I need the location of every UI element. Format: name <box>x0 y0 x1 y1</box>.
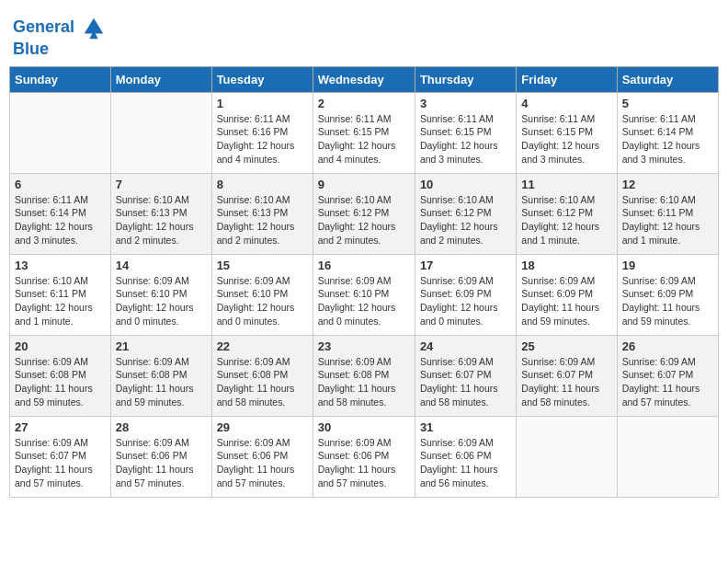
day-number: 26 <box>622 339 713 353</box>
day-cell: 21Sunrise: 6:09 AM Sunset: 6:08 PM Dayli… <box>110 335 211 416</box>
day-number: 12 <box>622 178 713 191</box>
day-info: Sunrise: 6:11 AM Sunset: 6:15 PM Dayligh… <box>521 112 611 167</box>
day-cell: 29Sunrise: 6:09 AM Sunset: 6:06 PM Dayli… <box>211 416 313 497</box>
day-info: Sunrise: 6:11 AM Sunset: 6:15 PM Dayligh… <box>420 112 511 167</box>
day-info: Sunrise: 6:09 AM Sunset: 6:10 PM Dayligh… <box>217 274 308 328</box>
day-header-wednesday: Wednesday <box>313 66 415 92</box>
day-cell: 10Sunrise: 6:10 AM Sunset: 6:12 PM Dayli… <box>415 173 516 254</box>
day-info: Sunrise: 6:09 AM Sunset: 6:06 PM Dayligh… <box>420 436 511 490</box>
day-info: Sunrise: 6:10 AM Sunset: 6:11 PM Dayligh… <box>622 193 713 247</box>
day-info: Sunrise: 6:09 AM Sunset: 6:08 PM Dayligh… <box>116 355 207 409</box>
day-number: 31 <box>420 420 511 434</box>
day-number: 17 <box>420 259 511 272</box>
day-cell: 24Sunrise: 6:09 AM Sunset: 6:07 PM Dayli… <box>415 335 516 416</box>
day-number: 15 <box>217 259 308 272</box>
day-number: 22 <box>217 339 308 353</box>
day-cell: 28Sunrise: 6:09 AM Sunset: 6:06 PM Dayli… <box>110 416 211 497</box>
day-number: 8 <box>217 178 308 191</box>
day-cell <box>110 92 211 173</box>
day-info: Sunrise: 6:09 AM Sunset: 6:10 PM Dayligh… <box>116 274 207 328</box>
day-number: 11 <box>521 178 611 191</box>
day-cell: 16Sunrise: 6:09 AM Sunset: 6:10 PM Dayli… <box>313 254 415 335</box>
day-cell: 2Sunrise: 6:11 AM Sunset: 6:15 PM Daylig… <box>313 92 415 173</box>
day-info: Sunrise: 6:09 AM Sunset: 6:09 PM Dayligh… <box>420 274 511 328</box>
day-cell: 8Sunrise: 6:10 AM Sunset: 6:13 PM Daylig… <box>211 173 313 254</box>
day-cell: 4Sunrise: 6:11 AM Sunset: 6:15 PM Daylig… <box>517 92 617 173</box>
day-cell: 20Sunrise: 6:09 AM Sunset: 6:08 PM Dayli… <box>10 335 111 416</box>
day-info: Sunrise: 6:09 AM Sunset: 6:08 PM Dayligh… <box>217 355 308 409</box>
day-cell: 19Sunrise: 6:09 AM Sunset: 6:09 PM Dayli… <box>617 254 718 335</box>
day-info: Sunrise: 6:10 AM Sunset: 6:13 PM Dayligh… <box>116 193 207 247</box>
day-cell <box>617 416 718 497</box>
day-number: 18 <box>521 259 611 272</box>
day-cell: 30Sunrise: 6:09 AM Sunset: 6:06 PM Dayli… <box>313 416 415 497</box>
day-header-friday: Friday <box>517 66 617 92</box>
day-cell: 25Sunrise: 6:09 AM Sunset: 6:07 PM Dayli… <box>517 335 617 416</box>
day-info: Sunrise: 6:09 AM Sunset: 6:07 PM Dayligh… <box>521 355 611 409</box>
day-number: 25 <box>521 339 611 353</box>
day-info: Sunrise: 6:10 AM Sunset: 6:13 PM Dayligh… <box>217 193 308 247</box>
day-info: Sunrise: 6:09 AM Sunset: 6:08 PM Dayligh… <box>15 355 106 409</box>
day-number: 6 <box>15 178 106 191</box>
day-info: Sunrise: 6:09 AM Sunset: 6:09 PM Dayligh… <box>521 274 611 328</box>
day-number: 19 <box>622 259 713 272</box>
day-number: 21 <box>116 339 207 353</box>
day-number: 1 <box>217 97 308 110</box>
day-cell: 5Sunrise: 6:11 AM Sunset: 6:14 PM Daylig… <box>617 92 718 173</box>
day-cell: 22Sunrise: 6:09 AM Sunset: 6:08 PM Dayli… <box>211 335 313 416</box>
day-cell: 23Sunrise: 6:09 AM Sunset: 6:08 PM Dayli… <box>313 335 415 416</box>
day-number: 28 <box>116 420 207 434</box>
day-info: Sunrise: 6:09 AM Sunset: 6:07 PM Dayligh… <box>15 436 106 490</box>
day-info: Sunrise: 6:09 AM Sunset: 6:07 PM Dayligh… <box>420 355 511 409</box>
calendar-table: SundayMondayTuesdayWednesdayThursdayFrid… <box>9 66 719 498</box>
week-row-3: 13Sunrise: 6:10 AM Sunset: 6:11 PM Dayli… <box>10 254 719 335</box>
day-info: Sunrise: 6:09 AM Sunset: 6:09 PM Dayligh… <box>622 274 713 328</box>
day-info: Sunrise: 6:09 AM Sunset: 6:06 PM Dayligh… <box>116 436 207 490</box>
day-info: Sunrise: 6:09 AM Sunset: 6:10 PM Dayligh… <box>318 274 410 328</box>
day-header-thursday: Thursday <box>415 66 516 92</box>
day-number: 7 <box>116 178 207 191</box>
day-info: Sunrise: 6:09 AM Sunset: 6:06 PM Dayligh… <box>318 436 410 490</box>
day-cell <box>517 416 617 497</box>
day-cell: 15Sunrise: 6:09 AM Sunset: 6:10 PM Dayli… <box>211 254 313 335</box>
day-number: 5 <box>622 97 713 110</box>
day-header-sunday: Sunday <box>10 66 111 92</box>
day-info: Sunrise: 6:11 AM Sunset: 6:16 PM Dayligh… <box>217 112 308 167</box>
day-number: 20 <box>15 339 106 353</box>
day-cell: 26Sunrise: 6:09 AM Sunset: 6:07 PM Dayli… <box>617 335 718 416</box>
day-number: 24 <box>420 339 511 353</box>
day-cell: 17Sunrise: 6:09 AM Sunset: 6:09 PM Dayli… <box>415 254 516 335</box>
day-header-saturday: Saturday <box>617 66 718 92</box>
week-row-4: 20Sunrise: 6:09 AM Sunset: 6:08 PM Dayli… <box>10 335 719 416</box>
day-cell: 14Sunrise: 6:09 AM Sunset: 6:10 PM Dayli… <box>110 254 211 335</box>
day-info: Sunrise: 6:09 AM Sunset: 6:07 PM Dayligh… <box>622 355 713 409</box>
day-header-tuesday: Tuesday <box>211 66 313 92</box>
day-cell: 13Sunrise: 6:10 AM Sunset: 6:11 PM Dayli… <box>10 254 111 335</box>
day-cell <box>10 92 111 173</box>
day-info: Sunrise: 6:11 AM Sunset: 6:14 PM Dayligh… <box>622 112 713 167</box>
day-cell: 6Sunrise: 6:11 AM Sunset: 6:14 PM Daylig… <box>10 173 111 254</box>
day-info: Sunrise: 6:10 AM Sunset: 6:11 PM Dayligh… <box>15 274 106 328</box>
header-row: SundayMondayTuesdayWednesdayThursdayFrid… <box>10 66 719 92</box>
day-number: 27 <box>15 420 106 434</box>
day-number: 2 <box>318 97 410 110</box>
day-cell: 27Sunrise: 6:09 AM Sunset: 6:07 PM Dayli… <box>10 416 111 497</box>
day-number: 16 <box>318 259 410 272</box>
day-number: 13 <box>15 259 106 272</box>
day-cell: 11Sunrise: 6:10 AM Sunset: 6:12 PM Dayli… <box>517 173 617 254</box>
day-number: 14 <box>116 259 207 272</box>
day-header-monday: Monday <box>110 66 211 92</box>
day-number: 10 <box>420 178 511 191</box>
day-info: Sunrise: 6:10 AM Sunset: 6:12 PM Dayligh… <box>420 193 511 247</box>
week-row-1: 1Sunrise: 6:11 AM Sunset: 6:16 PM Daylig… <box>10 92 719 173</box>
day-number: 9 <box>318 178 410 191</box>
day-info: Sunrise: 6:10 AM Sunset: 6:12 PM Dayligh… <box>318 193 410 247</box>
day-info: Sunrise: 6:10 AM Sunset: 6:12 PM Dayligh… <box>521 193 611 247</box>
day-cell: 31Sunrise: 6:09 AM Sunset: 6:06 PM Dayli… <box>415 416 516 497</box>
day-number: 4 <box>521 97 611 110</box>
day-cell: 9Sunrise: 6:10 AM Sunset: 6:12 PM Daylig… <box>313 173 415 254</box>
logo-text: General <box>13 15 107 40</box>
day-cell: 1Sunrise: 6:11 AM Sunset: 6:16 PM Daylig… <box>211 92 313 173</box>
logo-text2: Blue <box>13 40 107 59</box>
day-cell: 7Sunrise: 6:10 AM Sunset: 6:13 PM Daylig… <box>110 173 211 254</box>
